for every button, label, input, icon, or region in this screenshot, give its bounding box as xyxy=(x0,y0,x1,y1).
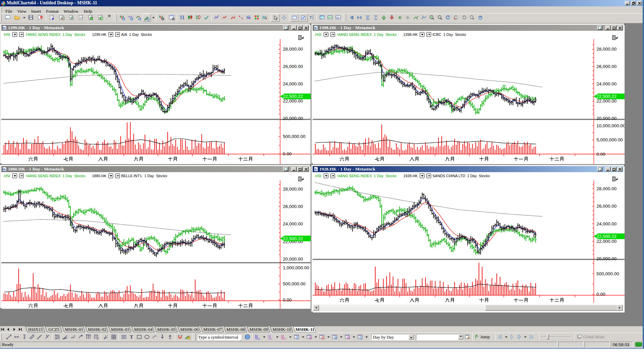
svg-text:22,500.22: 22,500.22 xyxy=(596,234,617,239)
svg-text:MSHK-06: MSHK-06 xyxy=(180,327,199,332)
svg-text:fx: fx xyxy=(80,16,82,19)
svg-text:MSHK-08: MSHK-08 xyxy=(227,327,245,332)
svg-text:?: ? xyxy=(471,16,473,19)
svg-text:500,000.00: 500,000.00 xyxy=(596,271,619,276)
svg-text:GCZ5: GCZ5 xyxy=(49,327,60,332)
svg-text:28,000.00: 28,000.00 xyxy=(596,47,617,52)
svg-text:$: $ xyxy=(99,17,101,20)
svg-text:0.00: 0.00 xyxy=(596,152,605,157)
svg-text:20,000.00: 20,000.00 xyxy=(596,256,617,261)
svg-text:M: M xyxy=(348,337,349,339)
svg-text:22,500.22: 22,500.22 xyxy=(596,94,617,99)
svg-text:MSHK-01: MSHK-01 xyxy=(65,327,83,332)
svg-text:TICK: TICK xyxy=(255,338,260,340)
svg-text:T: T xyxy=(130,335,133,340)
svg-text:26,000.00: 26,000.00 xyxy=(596,204,617,209)
svg-text:RNG: RNG xyxy=(281,338,286,340)
svg-text:W: W xyxy=(335,337,337,339)
svg-text:T: T xyxy=(310,15,312,19)
svg-text:HSIX15: HSIX15 xyxy=(28,327,43,332)
svg-text:MSHK-04: MSHK-04 xyxy=(134,327,153,332)
svg-text:M: M xyxy=(310,337,311,339)
svg-text:22,500.22: 22,500.22 xyxy=(283,94,303,99)
svg-text:1: 1 xyxy=(422,15,423,17)
svg-text:28,000.00: 28,000.00 xyxy=(283,187,303,192)
svg-text:S: S xyxy=(297,337,299,339)
svg-text:MSHK-05: MSHK-05 xyxy=(157,327,176,332)
svg-text:MSHK-02: MSHK-02 xyxy=(88,327,106,332)
svg-text:24,000.00: 24,000.00 xyxy=(596,221,617,226)
svg-text:Q: Q xyxy=(360,337,362,340)
svg-text:22,000.00: 22,000.00 xyxy=(283,98,303,103)
svg-text:28,000.00: 28,000.00 xyxy=(283,47,303,52)
svg-text:60: 60 xyxy=(336,16,339,19)
svg-text:MSHK-07: MSHK-07 xyxy=(204,327,222,332)
svg-text:500,000.00: 500,000.00 xyxy=(283,281,306,286)
svg-text:24,000.00: 24,000.00 xyxy=(596,81,617,86)
svg-text:20,000.00: 20,000.00 xyxy=(283,116,303,121)
svg-text:26,000.00: 26,000.00 xyxy=(283,64,303,69)
svg-text:20,000.00: 20,000.00 xyxy=(596,116,617,121)
svg-text:0.00: 0.00 xyxy=(283,297,292,302)
svg-text:0.00: 0.00 xyxy=(596,292,605,297)
svg-text:20,000.00: 20,000.00 xyxy=(283,257,303,262)
svg-text:MSHK-03: MSHK-03 xyxy=(111,327,130,332)
svg-text:500,000.00: 500,000.00 xyxy=(283,134,306,139)
svg-text:1,000,000.00: 1,000,000.00 xyxy=(283,265,309,270)
svg-text:22,000.00: 22,000.00 xyxy=(596,98,617,103)
svg-text:10,000,000.00: 10,000,000.00 xyxy=(596,123,625,128)
svg-text:24,000.00: 24,000.00 xyxy=(283,221,303,226)
svg-text:E: E xyxy=(74,335,75,337)
svg-text:MSHK-10: MSHK-10 xyxy=(273,327,291,332)
svg-text:MSHK-11: MSHK-11 xyxy=(296,327,314,332)
svg-text:VOL: VOL xyxy=(268,338,272,340)
svg-text:0.00: 0.00 xyxy=(283,151,292,156)
svg-text:5,000,000.00: 5,000,000.00 xyxy=(596,137,623,142)
svg-text:MSHK-09: MSHK-09 xyxy=(250,327,268,332)
svg-text:24,000.00: 24,000.00 xyxy=(283,81,303,86)
svg-text:1D: 1D xyxy=(322,337,325,339)
svg-text:1: 1 xyxy=(416,17,418,20)
svg-text:26,000.00: 26,000.00 xyxy=(283,204,303,209)
svg-text:22,500.22: 22,500.22 xyxy=(283,236,303,241)
svg-text:28,000.00: 28,000.00 xyxy=(596,186,617,191)
svg-text:26,000.00: 26,000.00 xyxy=(596,64,617,69)
svg-text:22,000.00: 22,000.00 xyxy=(596,239,617,244)
